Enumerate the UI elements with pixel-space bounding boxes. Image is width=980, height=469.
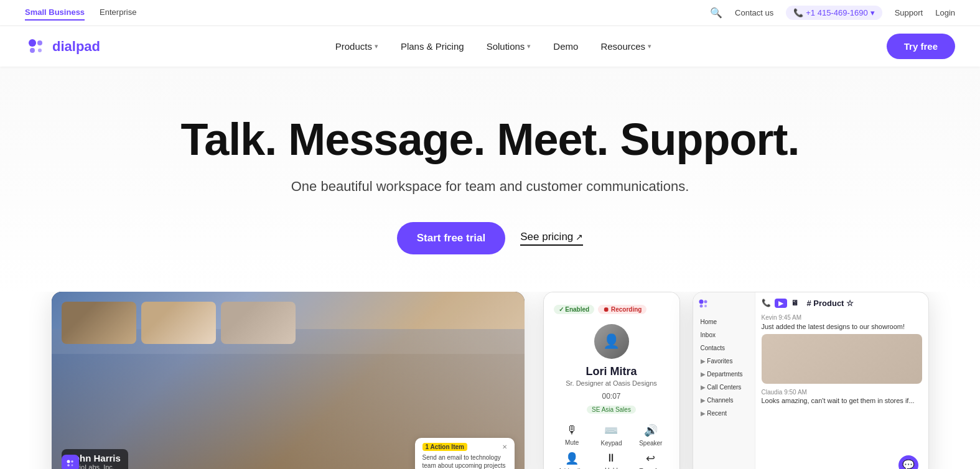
chat-nav-favorites[interactable]: ▶ Favorites (697, 355, 751, 367)
svg-point-8 (699, 299, 703, 304)
status-enabled: ✓ Enabled (554, 305, 595, 314)
nav-plans-pricing[interactable]: Plans & Pricing (392, 36, 473, 57)
chat-message-1: Kevin 9:45 AM Just added the latest desi… (762, 314, 922, 384)
navbar: dialpad Products ▾ Plans & Pricing Solut… (0, 26, 980, 67)
chat-nav-call-centers[interactable]: ▶ Call Centers (697, 381, 751, 393)
phone-control-speaker[interactable]: 🔊 Speaker (632, 424, 669, 447)
svg-point-3 (38, 49, 42, 52)
chevron-down-icon: ▾ (648, 42, 651, 50)
chat-inner: Home Inbox Contacts ▶ Favorites ▶ Depart… (693, 292, 928, 469)
topbar: Small Business Enterprise 🔍 Contact us 📞… (0, 0, 980, 26)
logo-mark (25, 35, 47, 58)
hero-actions: Start free trial See pricing ↗ (12, 222, 968, 254)
chat-image-attachment (762, 334, 922, 384)
phone-tag: SE Asia Sales (587, 406, 636, 414)
phone-control-keypad[interactable]: ⌨️ Keypad (593, 424, 630, 447)
chat-nav-contacts[interactable]: Contacts (697, 342, 751, 354)
login-link[interactable]: Login (935, 8, 955, 17)
video-thumb-2 (141, 302, 216, 344)
video-thumb-3 (221, 302, 296, 344)
topbar-right: 🔍 Contact us 📞 +1 415-469-1690 ▾ Support… (710, 6, 955, 20)
action-item-label: 1 Action Item (422, 443, 467, 451)
chat-bubble-2: Looks amazing, can't wait to get them in… (762, 397, 922, 404)
chevron-down-icon: ▾ (870, 8, 875, 17)
chat-main: 📞 ▶ 🖥 # Product ☆ Kevin 9:45 AM Just add… (755, 292, 928, 469)
chat-sender-1: Kevin 9:45 AM (762, 314, 922, 321)
phone-control-transfer[interactable]: ↩ Transfer (632, 452, 669, 469)
phone-person-name: Lori Mitra (554, 365, 670, 378)
dialpad-app-icon (62, 455, 79, 469)
try-free-button[interactable]: Try free (887, 34, 955, 59)
chat-sender-2: Claudia 9:50 AM (762, 389, 922, 396)
segment-small-business[interactable]: Small Business (25, 5, 85, 21)
svg-point-10 (699, 304, 702, 307)
mute-icon: 🎙 (566, 424, 577, 437)
hold-icon: ⏸ (605, 452, 617, 465)
screen-icon: 🖥 (791, 299, 798, 307)
phone-status-row: ✓ Enabled ⏺ Recording (554, 305, 670, 314)
nav-products[interactable]: Products ▾ (327, 36, 387, 57)
svg-point-7 (71, 464, 73, 466)
video-screenshot-card: John Harris AerioLabs, Inc. 1 Action Ite… (52, 292, 525, 469)
see-pricing-link[interactable]: See pricing ↗ (520, 231, 583, 246)
phone-control-mute[interactable]: 🎙 Mute (554, 424, 590, 447)
phone-inner: ✓ Enabled ⏺ Recording 👤 Lori Mitra Sr. D… (544, 292, 679, 469)
phone-screenshot-card: ✓ Enabled ⏺ Recording 👤 Lori Mitra Sr. D… (543, 292, 680, 469)
video-inner: John Harris AerioLabs, Inc. 1 Action Ite… (52, 292, 525, 469)
chat-logo (697, 297, 751, 311)
chat-message-2: Claudia 9:50 AM Looks amazing, can't wai… (762, 389, 922, 404)
chat-nav-channels[interactable]: ▶ Channels (697, 394, 751, 406)
chat-nav-departments[interactable]: ▶ Departments (697, 368, 751, 380)
logo-text: dialpad (52, 39, 100, 55)
chevron-down-icon: ▾ (527, 42, 531, 50)
support-link[interactable]: Support (895, 8, 923, 17)
chat-nav-home[interactable]: Home (697, 316, 751, 328)
chat-nav-inbox[interactable]: Inbox (697, 329, 751, 341)
svg-point-11 (704, 305, 707, 307)
logo[interactable]: dialpad (25, 35, 100, 58)
phone-controls-grid: 🎙 Mute ⌨️ Keypad 🔊 Speaker 👤 Add caller … (554, 424, 670, 469)
channel-name: # Product ☆ (807, 299, 854, 308)
svg-point-5 (71, 460, 73, 463)
transfer-icon: ↩ (646, 452, 655, 465)
close-icon[interactable]: ✕ (502, 443, 507, 450)
video-icon: ▶ (775, 299, 787, 308)
phone-tag-container: SE Asia Sales (554, 403, 670, 424)
svg-point-0 (29, 39, 36, 47)
status-recording: ⏺ Recording (598, 305, 646, 314)
action-badge-header: 1 Action Item ✕ (422, 443, 507, 451)
segment-enterprise[interactable]: Enterprise (100, 5, 136, 21)
screenshots-row: John Harris AerioLabs, Inc. 1 Action Ite… (0, 292, 980, 469)
phone-icon: 📞 (793, 8, 803, 17)
phone-control-hold[interactable]: ⏸ Hold (593, 452, 630, 469)
contact-us-link[interactable]: Contact us (735, 8, 773, 17)
hero-subheadline: One beautiful workspace for team and cus… (12, 179, 968, 195)
hero-headline: Talk. Message. Meet. Support. (12, 116, 968, 164)
phone-timer: 00:07 (554, 392, 670, 401)
video-thumbnails (52, 292, 525, 354)
phone-number[interactable]: 📞 +1 415-469-1690 ▾ (786, 6, 882, 20)
chat-sidebar: Home Inbox Contacts ▶ Favorites ▶ Depart… (693, 292, 755, 469)
start-trial-button[interactable]: Start free trial (397, 222, 506, 254)
svg-point-4 (67, 460, 70, 463)
svg-point-1 (37, 40, 42, 45)
chat-screenshot-card: Home Inbox Contacts ▶ Favorites ▶ Depart… (693, 292, 929, 469)
action-item-text: Send an email to technology team about u… (422, 453, 507, 469)
nav-resources[interactable]: Resources ▾ (592, 36, 660, 57)
external-link-icon: ↗ (576, 232, 583, 242)
chat-bubble-1: Just added the latest designs to our sho… (762, 322, 922, 332)
nav-solutions[interactable]: Solutions ▾ (478, 36, 540, 57)
search-icon[interactable]: 🔍 (710, 7, 722, 19)
nav-demo[interactable]: Demo (544, 36, 587, 57)
chat-bubble-icon: 💬 (902, 459, 915, 469)
svg-point-2 (30, 48, 35, 53)
topbar-segments: Small Business Enterprise (25, 5, 136, 21)
keypad-icon: ⌨️ (604, 424, 618, 437)
add-caller-icon: 👤 (565, 452, 579, 465)
phone-control-add-caller[interactable]: 👤 Add caller (554, 452, 590, 469)
svg-point-6 (67, 464, 70, 467)
chat-nav-recent[interactable]: ▶ Recent (697, 407, 751, 419)
phone-person-role: Sr. Designer at Oasis Designs (554, 379, 670, 387)
phone-icon2: 📞 (762, 299, 771, 307)
speaker-icon: 🔊 (644, 424, 658, 437)
